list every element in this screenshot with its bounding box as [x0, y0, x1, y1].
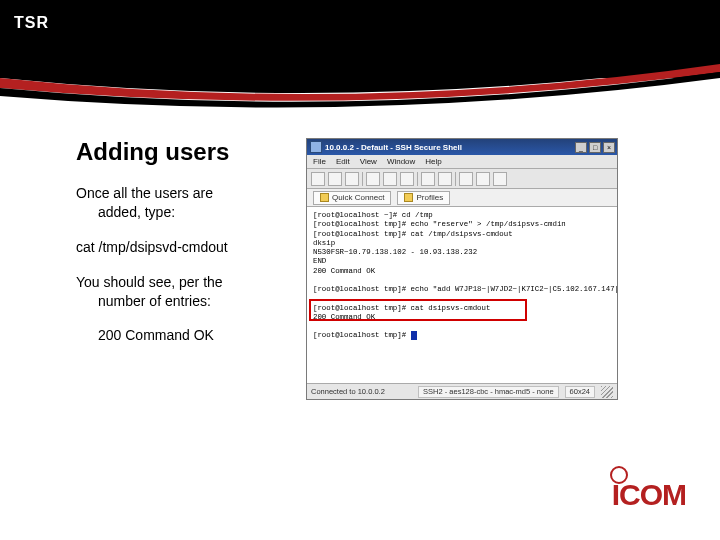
body-text: Once all the users are — [76, 185, 213, 201]
terminal-pane[interactable]: [root@localhost ~]# cd /tmp [root@localh… — [307, 207, 617, 383]
logo-text: ICOM — [612, 480, 686, 510]
status-bar: Connected to 10.0.0.2 SSH2 - aes128-cbc … — [307, 383, 617, 399]
slide-heading: Adding users — [76, 138, 229, 166]
slide: TSR Adding users Once all the users are … — [0, 0, 720, 540]
toolbar-button[interactable] — [328, 172, 342, 186]
minimize-button[interactable]: _ — [575, 142, 587, 153]
window-title: 10.0.0.2 - Default - SSH Secure Shell — [325, 143, 575, 152]
menu-bar: File Edit View Window Help — [307, 155, 617, 169]
status-connected: Connected to 10.0.0.2 — [311, 387, 385, 396]
toolbar-separator — [455, 172, 456, 186]
menu-view[interactable]: View — [360, 157, 377, 166]
toolbar — [307, 169, 617, 189]
toolbar-button[interactable] — [400, 172, 414, 186]
profiles-button[interactable]: Profiles — [397, 191, 450, 205]
quick-connect-bar: Quick Connect Profiles — [307, 189, 617, 207]
brand-label: TSR — [14, 14, 49, 32]
quick-connect-button[interactable]: Quick Connect — [313, 191, 391, 205]
menu-window[interactable]: Window — [387, 157, 415, 166]
toolbar-button[interactable] — [459, 172, 473, 186]
slide-header-bar: TSR — [0, 0, 720, 78]
status-cipher: SSH2 - aes128-cbc - hmac-md5 - none — [418, 386, 558, 398]
menu-file[interactable]: File — [313, 157, 326, 166]
quick-connect-label: Quick Connect — [332, 193, 384, 202]
app-icon — [310, 141, 322, 153]
body-text: You should see, per the — [76, 274, 223, 290]
toolbar-button[interactable] — [383, 172, 397, 186]
close-button[interactable]: × — [603, 142, 615, 153]
slide-body: Once all the users are added, type: cat … — [76, 184, 296, 361]
window-titlebar[interactable]: 10.0.0.2 - Default - SSH Secure Shell _ … — [307, 139, 617, 155]
folder-icon — [404, 193, 413, 202]
ssh-window: 10.0.0.2 - Default - SSH Secure Shell _ … — [306, 138, 618, 400]
toolbar-button[interactable] — [311, 172, 325, 186]
footer-logo: ICOM — [612, 480, 686, 510]
body-text: number of entries: — [76, 293, 211, 309]
toolbar-button[interactable] — [476, 172, 490, 186]
menu-help[interactable]: Help — [425, 157, 441, 166]
body-result: 200 Command OK — [76, 326, 296, 345]
toolbar-button[interactable] — [438, 172, 452, 186]
profiles-label: Profiles — [416, 193, 443, 202]
toolbar-button[interactable] — [345, 172, 359, 186]
toolbar-separator — [417, 172, 418, 186]
body-command: cat /tmp/dsipsvd-cmdout — [76, 238, 296, 257]
resize-grip-icon[interactable] — [601, 386, 613, 398]
status-size: 60x24 — [565, 386, 595, 398]
toolbar-button[interactable] — [421, 172, 435, 186]
bolt-icon — [320, 193, 329, 202]
logo-ring-icon — [610, 466, 628, 484]
toolbar-button[interactable] — [493, 172, 507, 186]
body-text: added, type: — [76, 204, 175, 220]
toolbar-button[interactable] — [366, 172, 380, 186]
toolbar-separator — [362, 172, 363, 186]
maximize-button[interactable]: □ — [589, 142, 601, 153]
menu-edit[interactable]: Edit — [336, 157, 350, 166]
